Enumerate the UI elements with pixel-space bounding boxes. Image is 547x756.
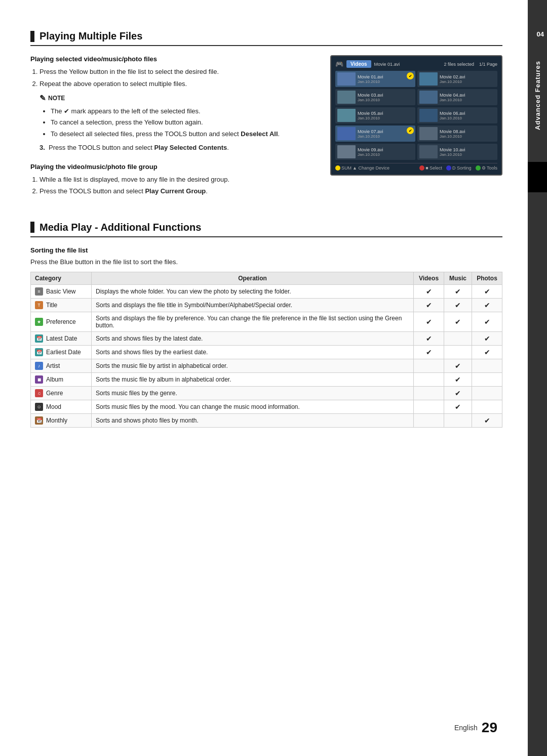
tv-file-date: Jan.10.2010: [440, 79, 495, 84]
tv-header: 🎮 Videos Movie 01.avi 2 files selected 1…: [335, 60, 497, 68]
music-cell: ✔: [444, 386, 472, 400]
subsection1-title: Playing selected video/music/photo files: [30, 55, 315, 63]
operation-cell: Sorts and shows files by the earliest da…: [92, 345, 414, 359]
tv-file-info: Movie 07.avi Jan.10.2010: [358, 129, 413, 139]
photos-cell: ✔: [472, 413, 502, 427]
category-icon: ♪: [35, 362, 43, 370]
table-row: ★PreferenceSorts and displays the file b…: [31, 312, 502, 331]
tv-file-name: Movie 02.avi: [440, 74, 495, 79]
tv-file-name: Movie 10.avi: [440, 147, 495, 152]
note-label: ✎ NOTE: [40, 93, 315, 104]
tv-thumb: [419, 109, 438, 122]
category-icon: 📅: [35, 348, 43, 356]
section1-content-row: Playing selected video/music/photo files…: [30, 55, 502, 206]
category-cell: 📅Earliest Date: [31, 345, 92, 359]
note-bullets: The ✔ mark appears to the left of the se…: [51, 106, 315, 139]
category-cell: ♪Artist: [31, 359, 92, 372]
category-icon: T: [35, 301, 43, 309]
tv-file-info: Movie 01.avi Jan.10.2010: [358, 74, 413, 84]
photos-cell: [472, 359, 502, 372]
tv-header-icon: 🎮: [335, 60, 343, 68]
category-name: Basic View: [46, 288, 75, 295]
category-cell: ◼Album: [31, 372, 92, 386]
category-name: Earliest Date: [46, 349, 81, 356]
category-name: Title: [46, 302, 57, 309]
step3: 3. Press the TOOLS button and select Pla…: [40, 143, 315, 153]
music-cell: ✔: [444, 400, 472, 413]
tv-file-date: Jan.10.2010: [358, 116, 413, 120]
table-row: 📅Latest DateSorts and shows files by the…: [31, 331, 502, 345]
tv-file-item: Movie 04.avi Jan.10.2010: [417, 89, 497, 105]
tv-file-info: Movie 05.avi Jan.10.2010: [358, 111, 413, 120]
operation-cell: Sorts and displays the file title in Sym…: [92, 298, 414, 312]
category-icon: ◼: [35, 375, 43, 384]
category-name: Monthly: [46, 417, 67, 424]
tv-thumb: [337, 91, 356, 104]
videos-cell: ✔: [414, 298, 444, 312]
category-cell: 📆Monthly: [31, 413, 92, 427]
tv-file-name: Movie 03.avi: [358, 93, 413, 98]
photos-cell: ✔: [472, 284, 502, 298]
operation-cell: Sorts and displays the file by preferenc…: [92, 312, 414, 331]
tv-file-date: Jan.10.2010: [358, 134, 413, 139]
operation-cell: Sorts and shows files by the latest date…: [92, 331, 414, 345]
category-name: Latest Date: [46, 335, 77, 342]
tv-file-info: Movie 10.avi Jan.10.2010: [440, 147, 495, 157]
step1: Press the Yellow button in the file list…: [40, 67, 315, 77]
section2-description: Press the Blue button in the file list t…: [30, 258, 502, 266]
tv-file-date: Jan.10.2010: [440, 98, 495, 102]
category-icon: ☺: [35, 403, 43, 411]
photos-cell: ✔: [472, 331, 502, 345]
category-cell: ≡Basic View: [31, 284, 92, 298]
photos-cell: [472, 400, 502, 413]
table-row: ◼AlbumSorts the music file by album in a…: [31, 372, 502, 386]
tv-header-left: 🎮 Videos Movie 01.avi: [335, 60, 400, 68]
tv-select-btn: ■ Select: [419, 165, 442, 171]
tv-file-name: Movie 09.avi: [358, 147, 413, 152]
tv-thumb: [419, 145, 438, 158]
tv-file-item: Movie 01.avi Jan.10.2010 ✔: [335, 71, 415, 87]
category-icon: ♫: [35, 389, 43, 397]
photos-cell: ✔: [472, 345, 502, 359]
tv-file-info: Movie 08.avi Jan.10.2010: [440, 129, 495, 139]
tv-header-right: 2 files selected 1/1 Page: [444, 62, 497, 67]
th-videos: Videos: [414, 272, 444, 284]
table-row: ≡Basic ViewDisplays the whole folder. Yo…: [31, 284, 502, 298]
th-photos: Photos: [472, 272, 502, 284]
tv-file-name: Movie 01.avi: [358, 74, 413, 79]
category-icon: ≡: [35, 287, 43, 296]
table-row: ♪ArtistSorts the music file by artist in…: [31, 359, 502, 372]
photos-cell: [472, 386, 502, 400]
operation-cell: Sorts and shows photo files by month.: [92, 413, 414, 427]
category-cell: ☺Mood: [31, 400, 92, 413]
tv-thumb: [419, 72, 438, 86]
tv-files-grid: Movie 01.avi Jan.10.2010 ✔ Movie 02.avi …: [335, 71, 497, 160]
note-box: ✎ NOTE The ✔ mark appears to the left of…: [40, 93, 315, 139]
photos-cell: [472, 372, 502, 386]
page-number: 29: [482, 720, 497, 736]
tv-tab: Videos: [346, 60, 371, 68]
category-icon: ★: [35, 318, 43, 326]
table-row: ☺MoodSorts music files by the mood. You …: [31, 400, 502, 413]
tv-file-info: Movie 03.avi Jan.10.2010: [358, 93, 413, 102]
tools-color: [476, 165, 481, 171]
operation-cell: Sorts the music file by album in alphabe…: [92, 372, 414, 386]
tv-file-info: Movie 02.avi Jan.10.2010: [440, 74, 495, 84]
note-bullet-2: To cancel a selection, press the Yellow …: [51, 117, 315, 128]
th-category: Category: [31, 272, 92, 284]
tv-tools-btn: ⚙ Tools: [476, 165, 497, 171]
category-icon: 📆: [35, 416, 43, 425]
music-cell: [444, 413, 472, 427]
music-cell: ✔: [444, 298, 472, 312]
videos-cell: ✔: [414, 345, 444, 359]
operation-cell: Displays the whole folder. You can view …: [92, 284, 414, 298]
tv-sorting-btn: D Sorting: [446, 165, 472, 171]
tv-file-item: Movie 07.avi Jan.10.2010 ✔: [335, 125, 415, 142]
subsection1: Playing selected video/music/photo files…: [30, 55, 315, 153]
section2-subsection-title: Sorting the file list: [30, 246, 502, 254]
category-cell: TTitle: [31, 298, 92, 312]
tv-file-info: Movie 09.avi Jan.10.2010: [358, 147, 413, 157]
section2-heading-bar: [30, 222, 34, 233]
tv-thumb: [337, 109, 356, 122]
subsection1-steps: Press the Yellow button in the file list…: [40, 67, 315, 139]
